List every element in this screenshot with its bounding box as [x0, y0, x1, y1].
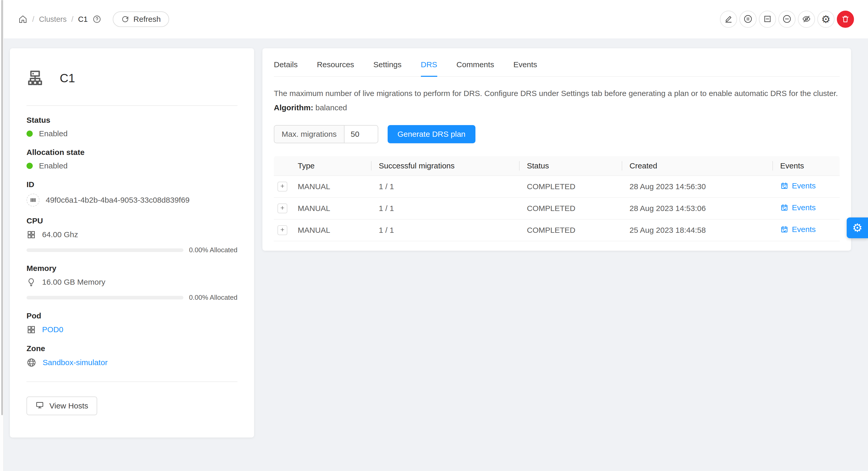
- row-events-link[interactable]: Events: [780, 181, 816, 190]
- memory-value: 16.00 GB Memory: [42, 278, 105, 287]
- cell-status: COMPLETED: [520, 198, 622, 220]
- home-icon[interactable]: [18, 14, 28, 24]
- delete-button[interactable]: [837, 11, 854, 28]
- breadcrumb-current: C1: [78, 15, 88, 24]
- tab-details[interactable]: Details: [274, 60, 298, 76]
- status-value: Enabled: [39, 129, 67, 138]
- tab-drs[interactable]: DRS: [421, 60, 437, 76]
- zone-link[interactable]: Sandbox-simulator: [42, 358, 107, 367]
- cluster-info-card: C1 Status Enabled Allocation state Enabl…: [10, 48, 254, 438]
- column-header-successful-migrations: Successful migrations: [372, 156, 520, 176]
- pod-section: Pod POD0: [27, 311, 238, 334]
- barcode-icon: [27, 194, 39, 207]
- cluster-detail-screen: / Clusters / C1 Refresh: [0, 0, 868, 471]
- tab-bar: Details Resources Settings DRS Comments …: [274, 48, 840, 77]
- max-migrations-group: Max. migrations: [274, 125, 378, 143]
- cluster-detail-card: Details Resources Settings DRS Comments …: [262, 48, 851, 251]
- tab-resources[interactable]: Resources: [317, 60, 354, 76]
- refresh-label: Refresh: [133, 15, 161, 24]
- disable-button[interactable]: [778, 11, 796, 28]
- refresh-button[interactable]: Refresh: [113, 11, 169, 27]
- settings-button[interactable]: ⚙: [817, 11, 835, 28]
- allocation-label: Allocation state: [27, 148, 238, 157]
- appstore-icon: [27, 230, 36, 239]
- question-circle-icon[interactable]: [92, 15, 101, 24]
- cluster-actions-toolbar: ⚙: [720, 11, 854, 28]
- cpu-progress-track: [27, 248, 183, 252]
- unmanage-button[interactable]: [759, 11, 776, 28]
- trash-icon: [841, 14, 850, 24]
- tab-settings[interactable]: Settings: [373, 60, 401, 76]
- top-header-bar: / Clusters / C1 Refresh: [4, 0, 868, 38]
- pause-circle-icon: [743, 14, 753, 24]
- tab-events[interactable]: Events: [514, 60, 537, 76]
- max-migrations-input[interactable]: [344, 125, 378, 143]
- table-header-row: Type Successful migrations Status Create…: [274, 156, 840, 176]
- gear-icon: ⚙: [852, 222, 862, 234]
- drs-controls: Max. migrations Generate DRS plan: [274, 125, 840, 143]
- column-header-status: Status: [520, 156, 622, 176]
- events-link-label: Events: [792, 225, 816, 234]
- memory-section: Memory 16.00 GB Memory 0.00% Allocated: [27, 264, 238, 302]
- expand-row-button[interactable]: [277, 225, 287, 235]
- expand-column-header: [274, 156, 290, 176]
- algorithm-label: Algorithm:: [274, 103, 313, 112]
- cluster-icon: [27, 69, 44, 87]
- cell-successful-migrations: 1 / 1: [372, 176, 520, 198]
- expand-row-button[interactable]: [277, 182, 287, 192]
- tab-comments[interactable]: Comments: [457, 60, 494, 76]
- cell-type: MANUAL: [290, 220, 372, 241]
- cell-created: 25 Aug 2023 18:44:58: [622, 220, 773, 241]
- column-header-created: Created: [622, 156, 773, 176]
- drs-description: The maximum number of live migrations to…: [274, 88, 840, 99]
- hide-button[interactable]: [798, 11, 815, 28]
- scrollbar-thumb[interactable]: [1, 0, 3, 415]
- appstore-icon: [27, 325, 36, 334]
- memory-label: Memory: [27, 264, 238, 273]
- allocation-dot: [27, 163, 33, 169]
- plus-icon: [280, 227, 285, 233]
- edit-icon: [724, 14, 733, 24]
- zone-section: Zone Sandbox-simulator: [27, 344, 238, 367]
- allocation-section: Allocation state Enabled: [27, 148, 238, 170]
- breadcrumb-separator: /: [71, 15, 73, 24]
- status-label: Status: [27, 116, 238, 125]
- cpu-label: CPU: [27, 216, 238, 225]
- calendar-check-icon: [780, 203, 788, 212]
- pause-button[interactable]: [739, 11, 756, 28]
- view-hosts-button[interactable]: View Hosts: [27, 397, 97, 415]
- divider: [27, 381, 238, 382]
- resource-header: C1: [27, 63, 238, 93]
- divider: [27, 105, 238, 106]
- edit-button[interactable]: [720, 11, 737, 28]
- minus-circle-icon: [782, 14, 792, 24]
- cpu-section: CPU 64.00 Ghz 0.00% Allocated: [27, 216, 238, 254]
- memory-progress-track: [27, 296, 183, 300]
- cell-status: COMPLETED: [520, 220, 622, 241]
- pod-link[interactable]: POD0: [42, 325, 63, 334]
- status-dot: [27, 131, 33, 137]
- row-events-link[interactable]: Events: [780, 203, 816, 212]
- column-header-events: Events: [773, 156, 840, 176]
- content-area: C1 Status Enabled Allocation state Enabl…: [4, 38, 868, 471]
- settings-flyout-button[interactable]: ⚙: [847, 217, 868, 238]
- row-events-link[interactable]: Events: [780, 225, 816, 234]
- cpu-value: 64.00 Ghz: [42, 230, 78, 239]
- allocation-value: Enabled: [39, 161, 67, 170]
- breadcrumb-clusters-link[interactable]: Clusters: [39, 15, 66, 24]
- plus-icon: [280, 205, 285, 211]
- cell-status: COMPLETED: [520, 176, 622, 198]
- column-header-type: Type: [290, 156, 372, 176]
- cell-successful-migrations: 1 / 1: [372, 198, 520, 220]
- cell-successful-migrations: 1 / 1: [372, 220, 520, 241]
- breadcrumb: / Clusters / C1 Refresh: [18, 11, 169, 27]
- cell-created: 28 Aug 2023 14:56:30: [622, 176, 773, 198]
- cpu-progress: 0.00% Allocated: [27, 246, 238, 254]
- expand-row-button[interactable]: [277, 203, 287, 213]
- calendar-check-icon: [780, 225, 788, 234]
- id-value: 49f0c6a1-4b2b-4ba4-9053-33c08d839f69: [46, 196, 190, 204]
- gear-icon: ⚙: [821, 14, 831, 24]
- algorithm-line: Algorithm: balanced: [274, 103, 840, 112]
- id-section: ID 49f0c6a1-4b2b-4ba4-9053-33c08d839f69: [27, 180, 238, 207]
- generate-drs-plan-button[interactable]: Generate DRS plan: [388, 125, 475, 143]
